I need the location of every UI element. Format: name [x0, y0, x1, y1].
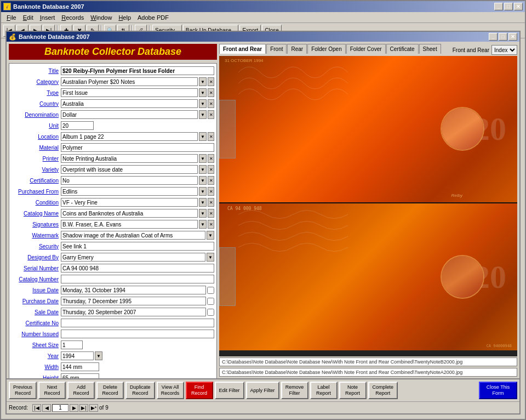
find-record-btn[interactable]: FindRecord — [186, 382, 213, 399]
catalog-name-dropdown-icon[interactable]: ▼ — [199, 209, 207, 218]
add-record-btn[interactable]: AddRecord — [67, 382, 95, 399]
purchased-from-clear-btn[interactable]: ✕ — [208, 187, 214, 196]
close-btn[interactable]: ✕ — [514, 3, 523, 10]
sale-date-checkbox[interactable] — [207, 309, 214, 316]
condition-dropdown-icon[interactable]: ▼ — [199, 198, 207, 207]
tab-rear[interactable]: Rear — [287, 44, 307, 54]
tab-front[interactable]: Front — [266, 44, 287, 54]
year-label[interactable]: Year — [12, 353, 61, 359]
variety-dropdown-icon[interactable]: ▼ — [199, 165, 207, 174]
menu-window[interactable]: Window — [87, 13, 115, 22]
location-input[interactable] — [61, 132, 198, 141]
label-report-btn[interactable]: LabelReport — [310, 382, 338, 399]
denomination-input[interactable] — [61, 110, 198, 119]
maximize-btn[interactable]: □ — [504, 3, 513, 10]
certification-label[interactable]: Certification — [12, 178, 61, 184]
status-next-btn[interactable]: ▶ — [70, 404, 78, 412]
signatures-clear-btn[interactable]: ✕ — [208, 220, 214, 229]
location-dropdown-icon[interactable]: ▼ — [199, 132, 207, 141]
purchased-from-label[interactable]: Purchased From — [12, 189, 61, 195]
purchased-from-input[interactable] — [61, 187, 198, 196]
type-clear-btn[interactable]: ✕ — [208, 88, 214, 97]
tab-sheet[interactable]: Sheet — [419, 44, 441, 54]
signatures-input[interactable] — [61, 220, 198, 229]
location-label[interactable]: Location — [12, 134, 61, 140]
note-report-btn[interactable]: NoteReport — [339, 382, 367, 399]
year-dropdown-icon[interactable]: ▼ — [95, 351, 102, 360]
watermark-dropdown-icon[interactable]: ▼ — [207, 231, 214, 240]
purchase-date-input[interactable] — [61, 297, 206, 305]
menu-adobe[interactable]: Adobe PDF — [134, 13, 172, 22]
title-input[interactable] — [61, 66, 214, 75]
issue-date-label[interactable]: Issue Date — [12, 287, 61, 293]
tab-front-and-rear[interactable]: Front and Rear — [219, 44, 266, 54]
condition-label[interactable]: Condition — [12, 200, 61, 206]
title-label[interactable]: Title — [12, 68, 61, 74]
remove-filter-btn[interactable]: RemoveFilter — [281, 382, 308, 399]
close-form-btn[interactable]: Close ThisForm — [479, 382, 517, 399]
number-issued-label[interactable]: Number Issued — [12, 331, 61, 337]
year-input[interactable] — [61, 351, 94, 360]
security-label[interactable]: Security — [12, 243, 61, 249]
signatures-dropdown-icon[interactable]: ▼ — [199, 220, 207, 229]
width-input[interactable] — [61, 362, 99, 371]
condition-clear-btn[interactable]: ✕ — [208, 198, 214, 207]
condition-input[interactable] — [61, 198, 198, 207]
number-issued-input[interactable] — [61, 330, 214, 338]
apply-filter-btn[interactable]: Apply Filter — [246, 382, 279, 399]
category-clear-btn[interactable]: ✕ — [208, 77, 214, 86]
certification-dropdown-icon[interactable]: ▼ — [199, 176, 207, 185]
security-input[interactable] — [61, 242, 214, 251]
view-all-records-btn[interactable]: View AllRecords — [157, 382, 184, 399]
menu-records[interactable]: Records — [58, 13, 87, 22]
catalog-name-clear-btn[interactable]: ✕ — [208, 209, 214, 218]
inner-min-btn[interactable]: _ — [489, 33, 498, 41]
variety-input[interactable] — [61, 165, 198, 174]
category-input[interactable] — [61, 77, 198, 86]
certificate-no-input[interactable] — [61, 319, 214, 327]
sheet-size-input[interactable] — [61, 340, 83, 349]
inner-max-btn[interactable]: □ — [499, 33, 507, 41]
variety-clear-btn[interactable]: ✕ — [208, 165, 214, 174]
designed-by-dropdown-icon[interactable]: ▼ — [207, 253, 214, 262]
designed-by-label[interactable]: Designed By — [12, 254, 61, 260]
category-dropdown-icon[interactable]: ▼ — [199, 77, 207, 86]
serial-number-input[interactable] — [61, 264, 214, 273]
tab-folder-cover[interactable]: Folder Cover — [346, 44, 386, 54]
signatures-label[interactable]: Signatures — [12, 222, 61, 228]
watermark-label[interactable]: Watermark — [12, 232, 61, 239]
menu-edit[interactable]: Edit — [20, 13, 37, 22]
catalog-number-label[interactable]: Catalog Number — [12, 276, 61, 282]
purchase-date-checkbox[interactable] — [207, 298, 214, 305]
status-prev-btn[interactable]: ◀ — [42, 404, 51, 412]
catalog-name-input[interactable] — [61, 209, 198, 218]
status-new-btn[interactable]: ▶* — [89, 404, 98, 412]
printer-dropdown-icon[interactable]: ▼ — [199, 154, 207, 163]
material-label[interactable]: Material — [12, 145, 61, 151]
delete-record-btn[interactable]: DeleteRecord — [96, 382, 124, 399]
status-first-btn[interactable]: |◀ — [32, 404, 41, 412]
country-dropdown-icon[interactable]: ▼ — [199, 99, 207, 108]
next-record-btn[interactable]: NextRecord — [38, 382, 66, 399]
complete-report-btn[interactable]: CompleteReport — [368, 382, 398, 399]
sheet-size-label[interactable]: Sheet Size — [12, 342, 61, 348]
denomination-dropdown-icon[interactable]: ▼ — [199, 110, 207, 119]
certification-input[interactable] — [61, 176, 198, 185]
issue-date-input[interactable] — [61, 286, 206, 294]
denomination-clear-btn[interactable]: ✕ — [208, 110, 214, 119]
location-clear-btn[interactable]: ✕ — [208, 132, 214, 141]
menu-insert[interactable]: Insert — [37, 13, 59, 22]
width-label[interactable]: Width — [12, 364, 61, 370]
type-label[interactable]: Type — [12, 90, 61, 96]
inner-close-btn[interactable]: ✕ — [508, 33, 517, 41]
country-clear-btn[interactable]: ✕ — [208, 99, 214, 108]
printer-input[interactable] — [61, 154, 198, 163]
catalog-name-label[interactable]: Catalog Name — [12, 211, 61, 217]
type-input[interactable] — [61, 88, 198, 97]
country-input[interactable] — [61, 99, 198, 108]
unit-input[interactable] — [61, 121, 94, 130]
issue-date-checkbox[interactable] — [207, 287, 214, 294]
country-label[interactable]: Country — [12, 101, 61, 107]
sale-date-input[interactable] — [61, 308, 206, 316]
printer-label[interactable]: Printer — [12, 156, 61, 162]
